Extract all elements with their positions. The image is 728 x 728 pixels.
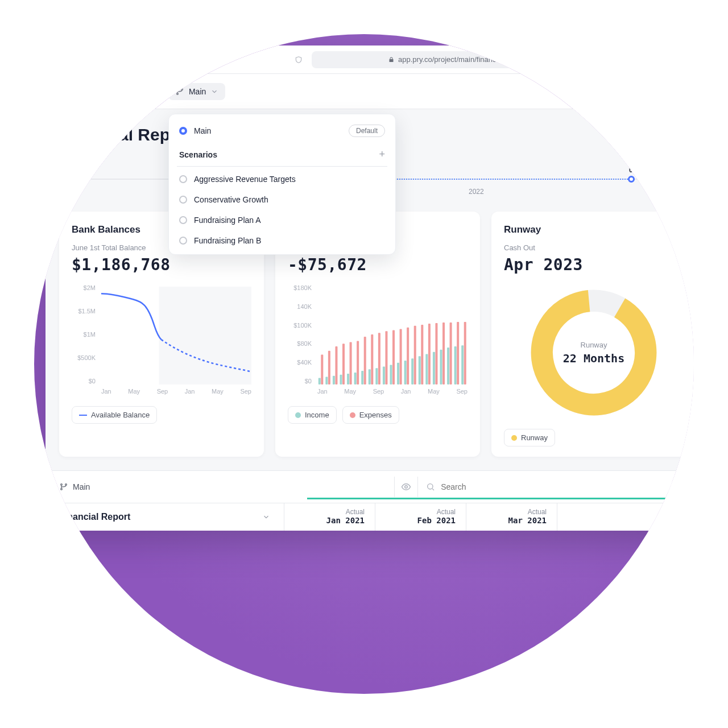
- visibility-toggle[interactable]: [394, 477, 418, 497]
- svg-rect-6: [318, 378, 321, 384]
- svg-rect-39: [407, 328, 409, 384]
- svg-rect-35: [378, 333, 380, 384]
- svg-rect-15: [383, 366, 385, 384]
- project-selector[interactable]: ✶ Pry Financials: [59, 84, 147, 99]
- timeline-year: 2020: [65, 188, 80, 196]
- back-button[interactable]: [115, 52, 130, 67]
- svg-rect-25: [454, 346, 457, 384]
- svg-rect-21: [425, 354, 428, 384]
- x-axis: Jan May Sep Jan May Sep: [101, 388, 251, 398]
- timeline-year: 2022: [469, 188, 484, 196]
- svg-rect-22: [433, 352, 435, 384]
- month-column[interactable]: Actual Feb 2021: [375, 503, 466, 531]
- slider-handle-end[interactable]: [628, 176, 635, 183]
- svg-rect-31: [350, 342, 352, 384]
- svg-point-2: [177, 88, 179, 90]
- card-title: Runway: [504, 224, 684, 235]
- sheet-search[interactable]: [426, 482, 694, 492]
- svg-rect-42: [428, 324, 431, 384]
- svg-rect-43: [435, 323, 437, 384]
- svg-rect-0: [99, 57, 105, 62]
- svg-rect-19: [411, 358, 413, 384]
- shield-icon[interactable]: [291, 52, 306, 67]
- svg-point-3: [177, 93, 179, 94]
- url-bar[interactable]: app.pry.co/project/main/financials: [312, 51, 584, 68]
- scenario-selector[interactable]: Main: [168, 83, 225, 100]
- svg-point-51: [61, 489, 63, 490]
- dropdown-section-header: Scenarios +: [169, 143, 395, 164]
- minimize-window-icon[interactable]: [66, 56, 73, 63]
- svg-rect-20: [419, 356, 421, 384]
- scenario-option[interactable]: Aggressive Revenue Targets: [169, 169, 395, 189]
- search-icon: [426, 482, 435, 491]
- browser-window: app.pry.co/project/main/financials ✶ Pry…: [46, 46, 694, 531]
- dot-swatch-icon: [350, 412, 355, 418]
- spreadsheet-panel: Main Financial Report: [46, 470, 694, 531]
- scenario-option-label: Main: [194, 126, 211, 135]
- forward-button[interactable]: [135, 52, 150, 67]
- legend-runway[interactable]: Runway: [504, 429, 555, 446]
- sidebar-toggle-icon[interactable]: [94, 52, 109, 67]
- legend-available-balance[interactable]: Available Balance: [72, 406, 157, 424]
- svg-rect-8: [333, 376, 335, 384]
- sheet-row-header[interactable]: Financial Report: [46, 503, 284, 531]
- chevron-down-icon: [262, 513, 270, 521]
- svg-rect-44: [442, 322, 445, 384]
- svg-rect-12: [361, 371, 363, 384]
- dot-swatch-icon: [511, 435, 517, 441]
- scenario-option-label: Fundraising Plan A: [194, 216, 261, 225]
- month-column[interactable]: Actual Mar 2021: [466, 503, 557, 531]
- active-indicator: [307, 498, 694, 499]
- url-text: app.pry.co/project/main/financials: [398, 55, 507, 64]
- scenario-option[interactable]: Conservative Growth: [169, 189, 395, 210]
- legend-income[interactable]: Income: [288, 406, 337, 424]
- chevron-down-icon: [210, 88, 218, 96]
- section-label: Scenarios: [179, 150, 217, 159]
- card-value: -$75,672: [288, 255, 468, 274]
- svg-rect-30: [342, 344, 345, 384]
- radio-icon: [179, 127, 187, 135]
- add-scenario-button[interactable]: +: [379, 148, 385, 160]
- lock-icon: [388, 56, 395, 63]
- dot-swatch-icon: [295, 412, 301, 418]
- scenario-option[interactable]: Fundraising Plan B: [169, 230, 395, 251]
- radio-icon: [179, 175, 187, 183]
- default-badge: Default: [349, 125, 385, 137]
- radio-icon: [179, 237, 187, 245]
- svg-line-55: [432, 489, 434, 490]
- svg-rect-38: [400, 329, 402, 384]
- svg-point-4: [181, 88, 183, 90]
- line-swatch-icon: [79, 415, 87, 416]
- slider-end-label: 06/22: [629, 166, 646, 174]
- brand-logo-icon: ✶: [59, 84, 74, 99]
- donut-center-label: Runway: [581, 341, 607, 349]
- scenario-option-main[interactable]: Main Default: [169, 119, 395, 143]
- search-input[interactable]: [440, 482, 694, 492]
- scenario-option[interactable]: Fundraising Plan A: [169, 210, 395, 230]
- svg-point-54: [428, 484, 433, 489]
- svg-rect-27: [321, 354, 323, 384]
- svg-rect-34: [371, 334, 373, 384]
- scenario-name: Main: [189, 87, 206, 96]
- svg-point-50: [61, 484, 63, 486]
- svg-rect-29: [335, 346, 337, 384]
- eye-icon: [401, 482, 411, 492]
- scenario-option-label: Conservative Growth: [194, 195, 268, 204]
- svg-rect-24: [447, 348, 449, 384]
- slider-handle-start[interactable]: [71, 176, 77, 183]
- maximize-window-icon[interactable]: [77, 56, 84, 63]
- chevron-down-icon: [139, 88, 147, 96]
- app-header: ✶ Pry Financials Main Fi Main Default Sc: [46, 74, 694, 109]
- svg-rect-37: [392, 330, 395, 384]
- month-column[interactable]: Actual Jan 2021: [284, 503, 375, 531]
- close-window-icon[interactable]: [55, 56, 61, 63]
- svg-rect-14: [375, 368, 378, 384]
- svg-rect-32: [357, 341, 359, 384]
- card-subtitle: Cash Out: [504, 243, 684, 252]
- git-branch-icon: [59, 482, 68, 491]
- svg-rect-23: [440, 350, 442, 384]
- sheet-branch-indicator[interactable]: Main: [59, 482, 90, 491]
- traffic-lights: [55, 56, 84, 63]
- sheet-column-headers: Actual Jan 2021 Actual Feb 2021 Actual M…: [284, 503, 694, 531]
- legend-expenses[interactable]: Expenses: [342, 406, 399, 424]
